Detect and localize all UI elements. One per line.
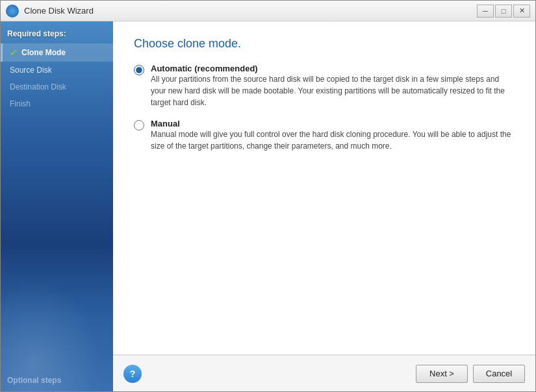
automatic-option-label[interactable]: Automatic (recommended) bbox=[151, 64, 258, 73]
window-title: Clone Disk Wizard bbox=[24, 6, 477, 16]
maximize-button[interactable]: □ bbox=[495, 5, 512, 18]
manual-option-label[interactable]: Manual bbox=[151, 119, 180, 129]
main-body: Choose clone mode. Automatic (recommende… bbox=[113, 21, 535, 354]
automatic-radio[interactable] bbox=[134, 65, 144, 75]
checkmark-icon: ✔ bbox=[10, 47, 18, 58]
footer-left: ? bbox=[123, 365, 142, 383]
automatic-option-desc: All your partitions from the source hard… bbox=[151, 73, 515, 108]
title-bar: Clone Disk Wizard ─ □ ✕ bbox=[1, 1, 535, 21]
sidebar-item-finish[interactable]: Finish bbox=[1, 95, 113, 112]
sidebar-item-clone-mode[interactable]: ✔ Clone Mode bbox=[1, 43, 113, 62]
sidebar-required-label: Required steps: bbox=[1, 21, 113, 43]
cancel-button[interactable]: Cancel bbox=[473, 365, 525, 383]
sidebar-clone-mode-label: Clone Mode bbox=[21, 48, 66, 57]
minimize-button[interactable]: ─ bbox=[477, 5, 494, 18]
next-button[interactable]: Next > bbox=[416, 365, 468, 383]
manual-radio[interactable] bbox=[134, 120, 144, 130]
window: Clone Disk Wizard ─ □ ✕ Required steps: … bbox=[0, 0, 536, 392]
sidebar: Required steps: ✔ Clone Mode Source Disk… bbox=[1, 21, 113, 391]
manual-option-desc: Manual mode will give you full control o… bbox=[151, 129, 515, 152]
sidebar-finish-label: Finish bbox=[10, 99, 31, 108]
automatic-radio-wrap[interactable] bbox=[134, 65, 144, 77]
sidebar-optional-label: Optional steps bbox=[7, 376, 61, 385]
main-content: Required steps: ✔ Clone Mode Source Disk… bbox=[1, 21, 535, 391]
page-title: Choose clone mode. bbox=[134, 37, 515, 51]
automatic-option-row: Automatic (recommended) All your partiti… bbox=[134, 64, 515, 108]
app-icon bbox=[6, 5, 19, 18]
close-button[interactable]: ✕ bbox=[513, 5, 530, 18]
sidebar-item-source-disk[interactable]: Source Disk bbox=[1, 62, 113, 79]
manual-option-content: Manual Manual mode will give you full co… bbox=[151, 119, 515, 152]
help-button[interactable]: ? bbox=[123, 365, 142, 383]
footer: ? Next > Cancel bbox=[113, 355, 535, 391]
sidebar-destination-disk-label: Destination Disk bbox=[10, 82, 66, 92]
automatic-option-content: Automatic (recommended) All your partiti… bbox=[151, 64, 515, 108]
window-controls: ─ □ ✕ bbox=[477, 5, 530, 18]
sidebar-optional-section: Optional steps bbox=[1, 369, 113, 391]
sidebar-item-destination-disk[interactable]: Destination Disk bbox=[1, 79, 113, 95]
main-area: Choose clone mode. Automatic (recommende… bbox=[113, 21, 535, 391]
manual-option-row: Manual Manual mode will give you full co… bbox=[134, 119, 515, 152]
sidebar-source-disk-label: Source Disk bbox=[10, 66, 52, 75]
footer-right: Next > Cancel bbox=[416, 365, 525, 383]
manual-radio-wrap[interactable] bbox=[134, 120, 144, 132]
